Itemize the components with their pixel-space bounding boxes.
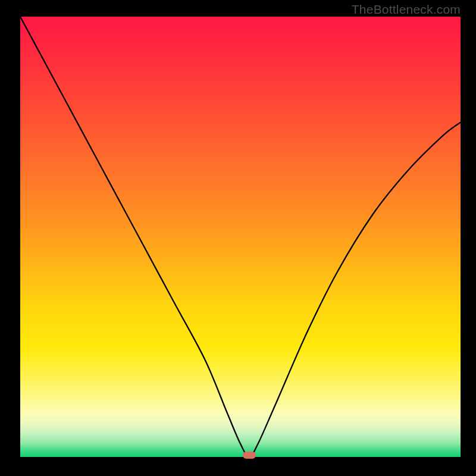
- watermark-text: TheBottleneck.com: [352, 2, 461, 17]
- chart-frame: TheBottleneck.com: [0, 0, 476, 476]
- curve-svg: [20, 17, 461, 457]
- optimum-marker: [243, 452, 256, 459]
- plot-area: [20, 17, 461, 457]
- bottleneck-curve: [20, 17, 461, 457]
